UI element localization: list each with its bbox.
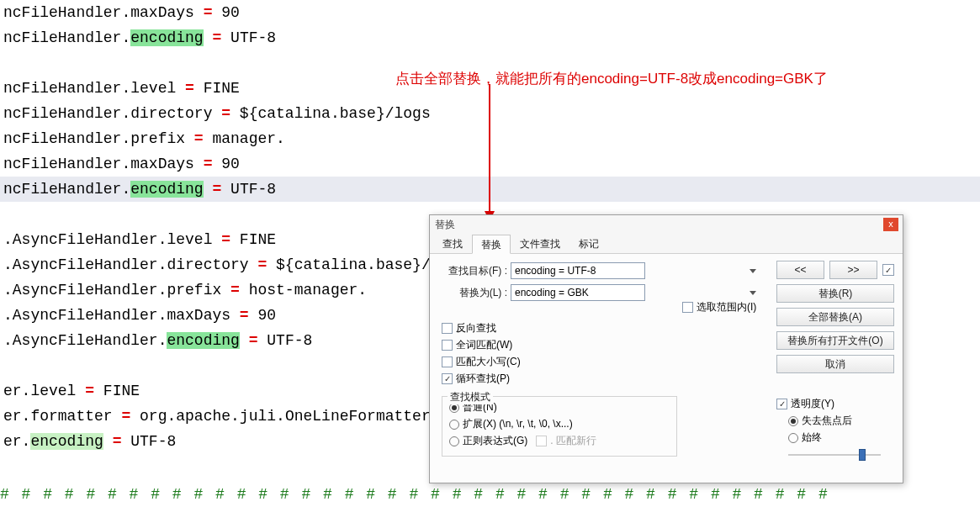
whole-word-checkbox[interactable]: 全词匹配(W): [442, 338, 694, 352]
tab-findinfiles[interactable]: 文件查找: [511, 234, 569, 253]
replace-input[interactable]: [511, 284, 645, 301]
in-selection-label: 选取范围内(I): [697, 300, 756, 314]
transp-always-label: 始终: [802, 430, 822, 445]
find-input[interactable]: [511, 262, 645, 279]
annotation-text: 点击全部替换，就能把所有的encoding=UTF-8改成encoding=GB…: [395, 69, 828, 88]
cancel-button[interactable]: 取消: [776, 355, 894, 373]
dot-newline-checkbox: . 匹配新行: [536, 434, 596, 448]
prev-button[interactable]: <<: [776, 261, 824, 279]
match-case-label: 匹配大小写(C): [456, 355, 521, 369]
replace-all-button[interactable]: 全部替换(A): [776, 308, 894, 326]
transp-onlose-radio[interactable]: 失去焦点后: [788, 414, 894, 428]
mode-regex-label: 正则表达式(G): [463, 434, 527, 448]
close-icon[interactable]: x: [883, 218, 898, 231]
transparency-slider[interactable]: [788, 447, 881, 462]
transparency-checkbox[interactable]: ✓透明度(Y): [776, 397, 894, 411]
dialog-tabs: 查找 替换 文件查找 标记: [430, 234, 903, 254]
nav-checkbox[interactable]: ✓: [882, 264, 894, 276]
code-line[interactable]: ncFileHandler.encoding = UTF-8: [0, 25, 980, 50]
replace-dialog: 替换 x 查找 替换 文件查找 标记 查找目标(F) : 替换为(L) : 选取…: [429, 214, 903, 483]
code-line[interactable]: ncFileHandler.maxDays = 90: [0, 0, 980, 25]
mode-extended-radio[interactable]: 扩展(X) (\n, \r, \t, \0, \x...): [449, 417, 670, 431]
decorative-wave: # # # # # # # # # # # # # # # # # # # # …: [0, 486, 829, 503]
tab-mark[interactable]: 标记: [569, 234, 608, 253]
dot-newline-label: . 匹配新行: [550, 434, 596, 448]
dialog-button-column: << >> ✓ 替换(R) 全部替换(A) 替换所有打开文件(O) 取消: [776, 261, 894, 373]
transp-always-radio[interactable]: 始终: [788, 430, 894, 445]
annotation-arrow: [489, 84, 490, 220]
next-button[interactable]: >>: [829, 261, 877, 279]
mode-extended-label: 扩展(X) (\n, \r, \t, \0, \x...): [463, 417, 573, 431]
tab-find[interactable]: 查找: [433, 234, 472, 253]
search-mode-legend: 查找模式: [448, 390, 493, 404]
search-mode-fieldset: 查找模式 普通(N) 扩展(X) (\n, \r, \t, \0, \x...)…: [442, 396, 677, 457]
find-label: 查找目标(F) :: [442, 264, 507, 278]
whole-word-label: 全词匹配(W): [456, 338, 512, 352]
dialog-body: 查找目标(F) : 替换为(L) : 选取范围内(I) << >> ✓ 替换(R…: [430, 254, 903, 483]
transparency-label: 透明度(Y): [791, 397, 834, 411]
wrap-checkbox[interactable]: ✓循环查找(P): [442, 372, 694, 386]
replace-open-files-button[interactable]: 替换所有打开文件(O): [776, 331, 894, 350]
transparency-group: ✓透明度(Y) 失去焦点后 始终: [776, 397, 894, 462]
backward-label: 反向查找: [456, 321, 496, 335]
backward-checkbox[interactable]: 反向查找: [442, 321, 694, 335]
wrap-label: 循环查找(P): [456, 372, 510, 386]
replace-label: 替换为(L) :: [442, 286, 507, 300]
transp-onlose-label: 失去焦点后: [802, 414, 852, 428]
replace-button[interactable]: 替换(R): [776, 284, 894, 303]
match-case-checkbox[interactable]: 匹配大小写(C): [442, 355, 694, 369]
mode-regex-radio[interactable]: 正则表达式(G): [449, 434, 527, 448]
in-selection-checkbox[interactable]: 选取范围内(I): [682, 300, 756, 314]
dialog-title: 替换: [430, 215, 903, 234]
tab-replace[interactable]: 替换: [472, 235, 511, 254]
